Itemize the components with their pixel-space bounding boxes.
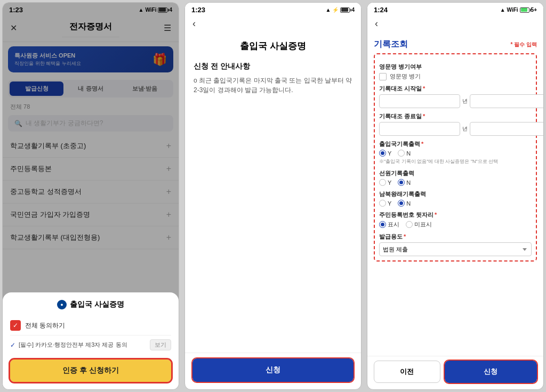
start-date-month-input[interactable]: [470, 94, 543, 108]
rrn-show-label: 표시: [388, 220, 399, 228]
status-bar-2: 1:23 ▲ ⚡ 4: [185, 3, 361, 15]
check-icon: ✓: [13, 322, 18, 329]
sheet-title: ● 출입국 사실증명: [10, 300, 171, 309]
exit-record-n-label: N: [406, 150, 411, 157]
time-2: 1:23: [191, 6, 205, 14]
phone2-header: ‹: [185, 15, 361, 34]
nk-record-n-label: N: [406, 200, 411, 207]
submit-button-2[interactable]: 신청: [192, 358, 354, 382]
back-button-3[interactable]: ‹: [375, 18, 378, 29]
purpose-select[interactable]: 법원 제출: [379, 242, 532, 256]
field-label-exit-record: 출입국기록출력: [379, 140, 532, 148]
ship-record-y-radio[interactable]: [379, 179, 386, 186]
battery-fill-2: [341, 8, 348, 12]
page-title-2: 출입국 사실증명: [194, 34, 352, 62]
rrn-show[interactable]: 표시: [379, 220, 399, 228]
section-title-2: 신청 전 안내사항: [194, 62, 352, 71]
wifi-icon-3: WiFi: [507, 7, 518, 13]
phone2: 1:23 ▲ ⚡ 4 ‹ 출입국 사실증명 신청 전 안내사항 최근 출입국기록…: [184, 2, 362, 390]
submit-footer-button[interactable]: 신청: [445, 361, 537, 383]
status-icons-3: ▲ WiFi 5+: [500, 7, 537, 13]
english-name-row: 영문명 병기: [379, 72, 532, 80]
phone2-content: 출입국 사실증명 신청 전 안내사항 최근 출입국기록은 마지막 출국 또는 입…: [185, 34, 361, 353]
field-label-purpose: 발급용도: [379, 233, 532, 241]
form-dashed-area: 영문명 병기여부 영문명 병기 기록대조 시작일 년 월 일 기록대조 종료일: [374, 53, 537, 262]
nk-record-y[interactable]: Y: [379, 200, 391, 207]
ship-record-y-label: Y: [388, 179, 391, 186]
ship-record-n-radio[interactable]: [398, 179, 405, 186]
start-date-year-input[interactable]: [379, 94, 460, 108]
ship-record-n-label: N: [406, 179, 411, 186]
field-label-end-date: 기록대조 종료일: [379, 112, 532, 120]
phone3-header: ‹: [367, 15, 543, 34]
agree-all-checkbox[interactable]: ✓: [10, 320, 21, 331]
end-date-month-input[interactable]: [470, 122, 543, 136]
info-text-2: 최근 출입국기록은 마지막 출국 또는 입국한 날부터 약2-3일이 경과해야 …: [194, 76, 352, 95]
bottom-sheet-overlay: ● 출입국 사실증명 ✓ 전체 동의하기 ✓ [필수] 카카오·행정안전부 제3…: [3, 3, 179, 389]
start-date-row: 년 월 일: [379, 94, 532, 108]
battery-fill-3: [521, 8, 528, 12]
rrn-hide[interactable]: 미표시: [406, 220, 432, 228]
exit-record-y-radio[interactable]: [379, 150, 386, 157]
check-small-icon: ✓: [10, 341, 15, 349]
nk-record-y-radio[interactable]: [379, 200, 386, 207]
ship-record-n[interactable]: N: [398, 179, 411, 186]
battery-level-2: 4: [351, 7, 355, 13]
ship-record-radio-row: Y N: [379, 179, 532, 186]
rrn-hide-radio[interactable]: [406, 221, 413, 228]
confirm-button[interactable]: 인증 후 신청하기: [10, 360, 171, 382]
field-label-rrn: 주민등록번호 뒷자리: [379, 211, 532, 219]
status-bar-3: 1:24 ▲ WiFi 5+: [367, 3, 543, 15]
battery-icon-3: [520, 7, 529, 13]
phone3-content: 기록조회 * 필수 입력 영문명 병기여부 영문명 병기 기록대조 시작일 년 …: [367, 34, 543, 356]
ship-record-y[interactable]: Y: [379, 179, 391, 186]
start-date-year-label: 년: [462, 97, 468, 105]
exit-record-radio-row: Y N: [379, 150, 532, 157]
exit-record-note: ※"출입국 기록이 없음"에 대한 사실증명은 "N"으로 선택: [379, 158, 532, 165]
wifi-icon-2: ⚡: [332, 7, 339, 13]
battery-level-3: 5+: [531, 7, 537, 13]
time-3: 1:24: [374, 6, 388, 14]
field-label-nk-record: 남북왕래기록출력: [379, 190, 532, 198]
phone1: 1:23 ▲ WiFi 4 ✕ 전자증명서 ☰ 특사원증 서비스 OPEN 직장…: [2, 2, 179, 390]
nk-record-radio-row: Y N: [379, 200, 532, 207]
end-date-year-input[interactable]: [379, 122, 460, 136]
exit-record-y[interactable]: Y: [379, 150, 391, 157]
field-label-start-date: 기록대조 시작일: [379, 85, 532, 93]
battery-icon-2: [340, 7, 350, 13]
nk-record-y-label: Y: [388, 200, 391, 207]
signal-icon-3: ▲: [500, 7, 505, 13]
nk-record-n-radio[interactable]: [398, 200, 405, 207]
bottom-sheet: ● 출입국 사실증명 ✓ 전체 동의하기 ✓ [필수] 카카오·행정안전부 제3…: [3, 292, 179, 389]
rrn-hide-label: 미표시: [414, 220, 432, 228]
phone2-footer: 신청: [185, 353, 361, 389]
rrn-show-radio[interactable]: [379, 221, 386, 228]
end-date-row: 년 월 일: [379, 122, 532, 136]
field-label-ship-record: 선원기록출력: [379, 169, 532, 177]
nk-record-n[interactable]: N: [398, 200, 411, 207]
back-button-2[interactable]: ‹: [192, 18, 196, 29]
back-footer-button[interactable]: 이전: [374, 361, 440, 383]
sub-agree-left: ✓ [필수] 카카오·행정안전부 제3자 제공 동의: [10, 341, 127, 349]
sheet-title-text: 출입국 사실증명: [70, 300, 124, 309]
gov-icon: ●: [57, 300, 67, 309]
rrn-radio-row: 표시 미표시: [379, 220, 532, 228]
required-label: * 필수 입력: [511, 41, 537, 48]
english-name-checkbox[interactable]: [379, 73, 387, 80]
exit-record-n-radio[interactable]: [398, 150, 405, 157]
sub-agree-label: [필수] 카카오·행정안전부 제3자 제공 동의: [19, 341, 127, 349]
exit-record-n[interactable]: N: [398, 150, 411, 157]
bullet-text: 최근 출입국기록은 마지막 출국 또는 입국한 날부터 약2-3일이 경과해야 …: [194, 77, 352, 94]
phone3-footer: 이전 신청: [367, 356, 543, 389]
sub-agree-row[interactable]: ✓ [필수] 카카오·행정안전부 제3자 제공 동의 보기: [10, 336, 171, 354]
phone3: 1:24 ▲ WiFi 5+ ‹ 기록조회 * 필수 입력 영문명 병기여부: [367, 2, 544, 390]
end-date-year-label: 년: [462, 125, 468, 133]
agree-all-row[interactable]: ✓ 전체 동의하기: [10, 316, 171, 336]
status-icons-2: ▲ ⚡ 4: [326, 7, 355, 13]
form-section-title: 기록조회 * 필수 입력: [374, 34, 537, 53]
exit-record-y-label: Y: [388, 150, 391, 157]
form-title: 기록조회: [374, 39, 408, 50]
field-label-english: 영문명 병기여부: [379, 63, 532, 71]
english-name-cb-label: 영문명 병기: [390, 72, 421, 80]
view-button[interactable]: 보기: [150, 339, 171, 350]
